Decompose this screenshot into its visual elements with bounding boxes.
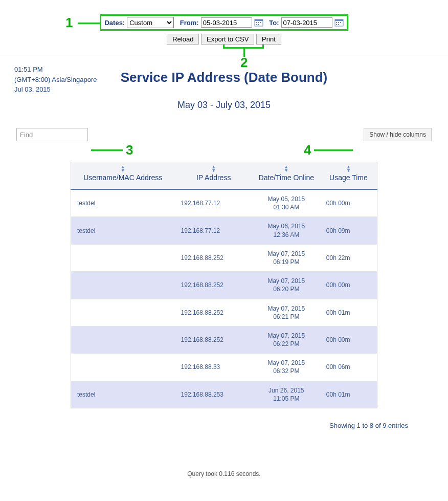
calendar-icon[interactable] [254,18,263,27]
cell-username [71,272,175,299]
cell-datetime: May 06, 201512:36 AM [253,217,320,244]
cell-datetime: May 07, 201506:32 PM [253,354,320,381]
date-range-subtitle: May 03 - July 03, 2015 [0,100,448,111]
table-row: 192.168.88.252May 07, 201506:20 PM00h 00… [71,272,377,299]
reload-button[interactable]: Reload [167,34,199,45]
cell-usage: 00h 09m [320,217,377,244]
table-row: 192.168.88.252May 07, 201506:21 PM00h 01… [71,299,377,326]
cell-datetime: May 07, 201506:19 PM [253,244,320,271]
action-button-row: Reload Export to CSV Print [0,34,448,45]
from-label: From: [180,19,199,27]
svg-rect-9 [336,22,337,23]
table-row: 192.168.88.252May 07, 201506:22 PM00h 00… [71,326,377,353]
cell-username [71,299,175,326]
cell-username: testdel [71,381,175,408]
cell-usage: 00h 01m [320,299,377,326]
divider [0,55,448,55]
table-row: 192.168.88.33May 07, 201506:32 PM00h 06m [71,354,377,381]
meta-timezone: (GMT+8:00) Asia/Singapore [14,75,97,85]
cell-ip: 192.168.88.252 [175,244,253,271]
table-tools-row: Show / hide columns [0,128,448,146]
cell-usage: 00h 22m [320,244,377,271]
cell-ip: 192.168.77.12 [175,217,253,244]
cell-datetime: May 07, 201506:21 PM [253,299,320,326]
cell-ip: 192.168.88.33 [175,354,253,381]
query-time: Query took 0.116 seconds. [0,470,448,487]
date-filter-row: Dates: Custom From: To: [100,14,348,31]
cell-datetime: May 07, 201506:20 PM [253,272,320,299]
cell-username [71,354,175,381]
cell-username [71,326,175,353]
svg-rect-1 [255,19,263,21]
filter-bar: Dates: Custom From: To: Reload Export to… [0,0,448,49]
table-row: 192.168.88.252May 07, 201506:19 PM00h 22… [71,244,377,271]
callout-2: 2 [240,55,248,71]
dates-select[interactable]: Custom [127,17,174,28]
cell-usage: 00h 00m [320,326,377,353]
cell-ip: 192.168.77.12 [175,189,253,217]
from-date-input[interactable] [201,17,252,28]
show-hide-columns-button[interactable]: Show / hide columns [364,128,432,141]
sort-icon: ▲▼ [346,165,351,172]
cell-ip: 192.168.88.252 [175,299,253,326]
meta-time: 01:51 PM [14,64,97,75]
sort-icon: ▲▼ [211,165,216,172]
callout-2-line [243,49,245,57]
cell-ip: 192.168.88.252 [175,272,253,299]
find-input[interactable] [16,128,88,141]
cell-username [71,244,175,271]
print-button[interactable]: Print [256,34,281,45]
to-date-input[interactable] [281,17,332,28]
callout-3-line [91,149,123,151]
cell-ip: 192.168.88.252 [175,326,253,353]
sort-icon: ▲▼ [284,165,288,172]
meta-date: Jul 03, 2015 [14,84,97,95]
timestamp-meta: 01:51 PM (GMT+8:00) Asia/Singapore Jul 0… [14,64,97,95]
to-label: To: [269,19,279,27]
callout-4-line [314,149,353,151]
dates-label: Dates: [104,19,125,27]
cell-username: testdel [71,189,175,217]
cell-usage: 00h 00m [320,189,377,217]
svg-rect-13 [338,24,339,25]
calendar-icon[interactable] [334,18,344,27]
svg-rect-2 [256,22,257,23]
sort-icon: ▲▼ [121,165,125,172]
entries-info: Showing 1 to 8 of 9 entries [0,408,448,429]
svg-rect-8 [335,19,343,21]
cell-datetime: Jun 26, 201511:05 PM [253,381,320,408]
svg-rect-5 [256,24,257,25]
cell-datetime: May 05, 201501:30 AM [253,189,320,217]
table-row: testdel192.168.77.12May 06, 201512:36 AM… [71,217,377,244]
cell-username: testdel [71,217,175,244]
cell-usage: 00h 01m [320,381,377,408]
svg-rect-4 [260,22,261,23]
results-table: ▲▼Username/MAC Address ▲▼IP Address ▲▼Da… [71,162,377,408]
svg-rect-3 [258,22,259,23]
col-header-username[interactable]: ▲▼Username/MAC Address [71,162,175,190]
col-header-datetime[interactable]: ▲▼Date/Time Online [253,162,320,190]
cell-datetime: May 07, 201506:22 PM [253,326,320,353]
cell-ip: 192.168.88.253 [175,381,253,408]
table-row: testdel192.168.77.12May 05, 201501:30 AM… [71,189,377,217]
cell-usage: 00h 06m [320,354,377,381]
col-header-usage[interactable]: ▲▼Usage Time [320,162,377,190]
svg-rect-6 [258,24,259,25]
svg-rect-12 [336,24,337,25]
col-header-ip[interactable]: ▲▼IP Address [175,162,253,190]
export-csv-button[interactable]: Export to CSV [201,34,254,45]
cell-usage: 00h 00m [320,272,377,299]
svg-rect-11 [340,22,341,23]
svg-rect-10 [338,22,339,23]
table-row: testdel192.168.88.253Jun 26, 201511:05 P… [71,381,377,408]
